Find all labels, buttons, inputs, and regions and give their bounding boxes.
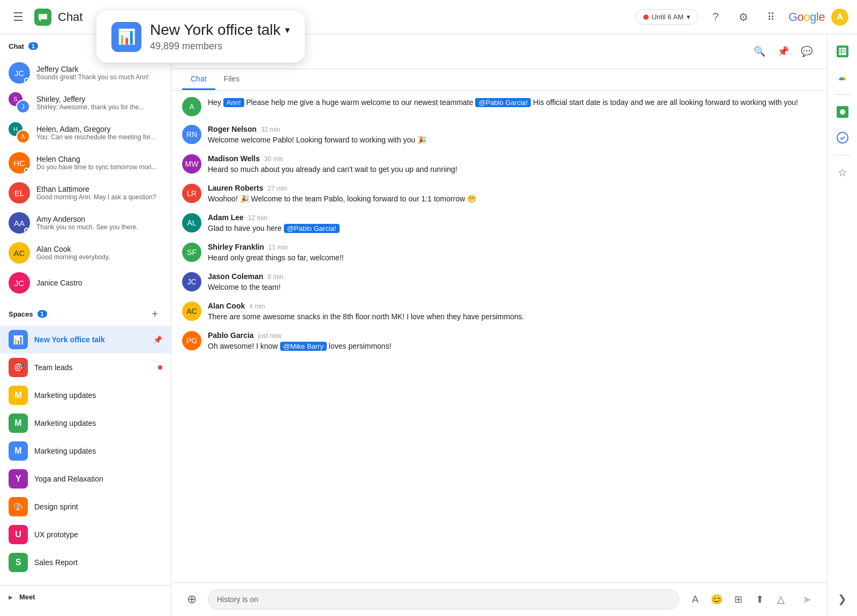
space-item-ny-office[interactable]: 📊 New York office talk 📌 xyxy=(0,326,171,354)
add-attachment-button[interactable]: ⊕ xyxy=(182,590,201,609)
msg-text: Heard so much about you already and can'… xyxy=(208,164,816,175)
msg-name: Shirley Franklin xyxy=(208,243,264,251)
online-indicator xyxy=(24,228,29,233)
msg-content-roger: Roger Nelson 32 min Welcome welcome Pabl… xyxy=(208,125,816,146)
msg-text: Hey Ann! Please help me give a huge warm… xyxy=(208,97,816,108)
input-action-icons: A 😊 ⊞ ⬆ △ xyxy=(686,590,791,609)
meet-section-header[interactable]: ▸ Meet xyxy=(0,585,171,606)
chat-item-amy-anderson[interactable]: AA Amy Anderson Thank you so much. See y… xyxy=(0,208,171,238)
upload-button[interactable]: ⬆ xyxy=(750,590,769,609)
tooltip-space-name[interactable]: New York office talk ▾ xyxy=(150,21,290,39)
status-button[interactable]: Until 6 AM ▾ xyxy=(635,9,698,25)
space-name-design-sprint: Design sprint xyxy=(34,502,162,511)
chat-preview: Shirley: Awesome, thank you for the... xyxy=(36,103,162,111)
msg-avatar-madison: MW xyxy=(182,154,201,174)
meet-icon-button[interactable] xyxy=(832,101,853,123)
message-row-roger: RN Roger Nelson 32 min Welcome welcome P… xyxy=(182,125,816,146)
chat-item-ethan-lattimore[interactable]: EL Ethan Lattimore Good morning Ann. May… xyxy=(0,178,171,208)
space-item-team-leads[interactable]: 🎯 Team leads xyxy=(0,354,171,381)
avatar-janice-castro: JC xyxy=(9,272,30,294)
msg-text: Oh awesome! I know @Mike Barry loves per… xyxy=(208,341,816,352)
space-item-design-sprint[interactable]: 🎨 Design sprint xyxy=(0,493,171,521)
sheets-icon-button[interactable] xyxy=(832,41,853,62)
chat-item-helen-chang[interactable]: HC Helen Chang Do you have time to sync … xyxy=(0,148,171,178)
chat-preview: Thank you so much. See you there. xyxy=(36,223,162,231)
new-space-button[interactable]: + xyxy=(147,306,162,321)
tab-chat[interactable]: Chat xyxy=(182,69,215,90)
space-item-sales-report[interactable]: S Sales Report xyxy=(0,549,171,576)
message-row-shirley: SF Shirley Franklin 11 min Heard only gr… xyxy=(182,243,816,264)
chat-item-helen-adam-gregory[interactable]: H A Helen, Adam, Gregory You: Can we res… xyxy=(0,118,171,148)
msg-content-shirley: Shirley Franklin 11 min Heard only great… xyxy=(208,243,816,264)
emoji-button[interactable]: 😊 xyxy=(707,590,726,609)
hamburger-menu-button[interactable]: ☰ xyxy=(9,6,28,28)
spaces-section-header[interactable]: Spaces 1 + xyxy=(0,302,171,326)
chat-item-shirley-jeffery[interactable]: S J Shirley, Jeffery Shirley: Awesome, t… xyxy=(0,88,171,118)
msg-avatar-jason: JC xyxy=(182,272,201,291)
message-input[interactable]: History is on xyxy=(208,589,679,610)
user-avatar[interactable]: A xyxy=(831,9,848,26)
attach-file-button[interactable]: ⊞ xyxy=(728,590,748,609)
msg-text: Welcome to the team! xyxy=(208,282,816,293)
space-name-marketing-1: Marketing updates xyxy=(34,391,162,400)
settings-button[interactable]: ⚙ xyxy=(733,6,754,28)
send-message-button[interactable]: ➤ xyxy=(797,590,816,609)
chat-name: Ethan Lattimore xyxy=(36,185,162,193)
msg-avatar-roger: RN xyxy=(182,125,201,144)
star-icon-button[interactable]: ☆ xyxy=(832,162,853,183)
chat-logo-icon xyxy=(34,9,51,26)
threads-button[interactable]: 💬 xyxy=(797,42,816,61)
expand-button[interactable]: ❯ xyxy=(832,588,853,610)
space-icon-ux: U xyxy=(9,525,28,544)
avatar-helen-chang: HC xyxy=(9,152,30,174)
tab-files[interactable]: Files xyxy=(215,69,249,90)
svg-rect-2 xyxy=(839,48,846,55)
message-row-pablo: PG Pablo Garcia just now Oh awesome! I k… xyxy=(182,331,816,352)
tooltip-dropdown-icon[interactable]: ▾ xyxy=(285,24,290,36)
apps-button[interactable]: ⠿ xyxy=(761,6,782,28)
svg-point-8 xyxy=(837,132,848,143)
space-item-ux-prototype[interactable]: U UX prototype xyxy=(0,521,171,549)
space-icon-ny: 📊 xyxy=(9,330,28,349)
msg-avatar: A xyxy=(182,97,201,116)
drive-icon-button[interactable] xyxy=(832,66,853,88)
space-name-ux: UX prototype xyxy=(34,530,162,539)
space-icon-design-sprint: 🎨 xyxy=(9,497,28,516)
message-row-lauren: LR Lauren Roberts 27 min Woohoo! 🎉 Welco… xyxy=(182,184,816,205)
format-text-button[interactable]: A xyxy=(686,590,705,609)
status-dot-icon xyxy=(643,14,649,20)
msg-name: Madison Wells xyxy=(208,154,260,163)
chat-item-alan-cook[interactable]: AC Alan Cook Good morning everybody. xyxy=(0,238,171,268)
tasks-icon-button[interactable] xyxy=(832,127,853,148)
space-item-marketing-2[interactable]: M Marketing updates xyxy=(0,409,171,437)
msg-text: Glad to have you here @Pablo Garcia! xyxy=(208,223,816,234)
search-messages-button[interactable]: 🔍 xyxy=(750,42,769,61)
space-item-marketing-3[interactable]: M Marketing updates xyxy=(0,437,171,465)
message-row-truncated: A Hey Ann! Please help me give a huge wa… xyxy=(182,97,816,116)
status-label: Until 6 AM xyxy=(652,13,683,21)
msg-header-alan: Alan Cook 4 min xyxy=(208,302,816,310)
avatar-ethan-lattimore: EL xyxy=(9,182,30,204)
msg-header-lauren: Lauren Roberts 27 min xyxy=(208,184,816,192)
msg-name: Roger Nelson xyxy=(208,125,257,133)
msg-text: Heard only great things so far, welcome!… xyxy=(208,252,816,264)
pin-button[interactable]: 📌 xyxy=(773,42,793,61)
tooltip-space-icon: 📊 xyxy=(111,22,141,52)
more-options-button[interactable]: △ xyxy=(771,590,791,609)
msg-name: Adam Lee xyxy=(208,213,244,222)
message-row-alan: AC Alan Cook 4 min There are some awesom… xyxy=(182,302,816,322)
chat-item-janice-castro[interactable]: JC Janice Castro xyxy=(0,268,171,298)
space-tooltip: 📊 New York office talk ▾ 49,899 members xyxy=(96,11,305,63)
message-row-adam: AL Adam Lee 12 min Glad to have you here… xyxy=(182,213,816,234)
chat-name: Jeffery Clark xyxy=(36,65,162,73)
chat-info-jeffery-clark: Jeffery Clark Sounds great! Thank you so… xyxy=(36,65,162,81)
space-item-marketing-1[interactable]: M Marketing updates xyxy=(0,381,171,409)
right-sidebar: ☆ ❯ xyxy=(827,34,857,616)
chat-info-alan-cook: Alan Cook Good morning everybody. xyxy=(36,245,162,261)
msg-avatar-lauren: LR xyxy=(182,184,201,203)
help-button[interactable]: ? xyxy=(705,6,726,28)
msg-time: 11 min xyxy=(268,244,288,251)
space-item-yoga[interactable]: Y Yoga and Relaxation xyxy=(0,465,171,493)
message-row-madison: MW Madison Wells 30 min Heard so much ab… xyxy=(182,154,816,175)
msg-name: Alan Cook xyxy=(208,302,245,310)
